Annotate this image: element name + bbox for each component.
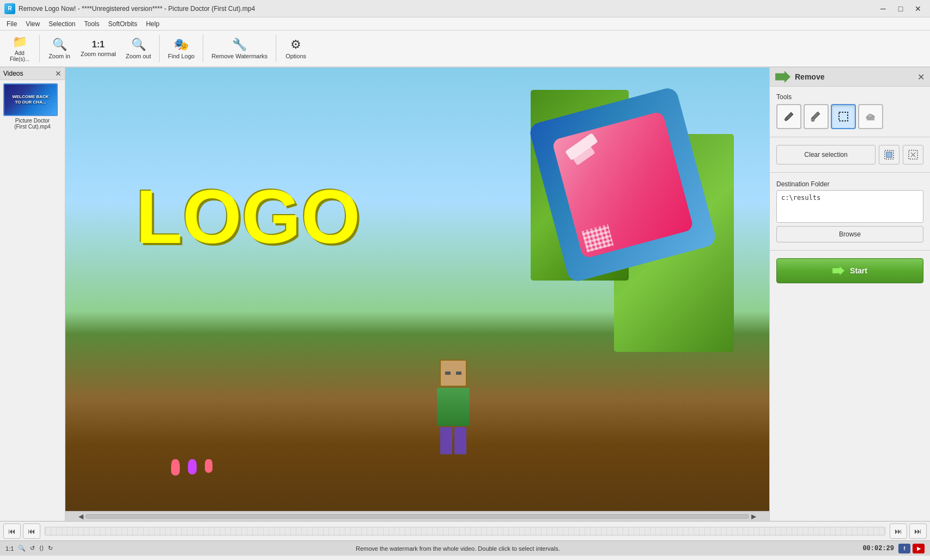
start-arrow-icon — [832, 266, 844, 275]
tools-section: Tools — [776, 93, 923, 129]
pencil-icon — [783, 111, 795, 123]
toolbox-divider-2 — [770, 172, 930, 173]
status-message: Remove the watermark from the whole vide… — [53, 545, 862, 552]
zoom-in-label: Zoom in — [48, 53, 70, 59]
social-links: f ▶ — [898, 544, 925, 553]
timeline-go-start-button[interactable]: ⏮ — [3, 524, 21, 539]
menu-view[interactable]: View — [21, 19, 44, 29]
find-logo-label: Find Logo — [168, 53, 194, 59]
zoom-in-button[interactable]: 🔍 Zoom in — [44, 33, 75, 64]
menu-tools[interactable]: Tools — [80, 19, 104, 29]
toolbar-separator-2 — [159, 35, 160, 62]
toolbar-separator-4 — [276, 35, 276, 62]
menu-selection[interactable]: Selection — [44, 19, 80, 29]
videos-header: Videos ✕ — [0, 68, 65, 80]
toolbox-divider-3 — [770, 250, 930, 251]
videos-panel-close-button[interactable]: ✕ — [55, 70, 62, 77]
toolbox-arrow-icon — [775, 71, 791, 83]
canvas-scrollbar[interactable]: ◀ ▶ — [65, 511, 769, 521]
remove-watermarks-button[interactable]: 🔧 Remove Watermarks — [208, 33, 271, 64]
tools-row — [776, 104, 923, 129]
remove-watermarks-label: Remove Watermarks — [211, 53, 268, 59]
menu-help[interactable]: Help — [142, 19, 164, 29]
toolbar: 📁 Add File(s)... 🔍 Zoom in 1:1 Zoom norm… — [0, 31, 930, 68]
add-files-icon: 📁 — [13, 35, 27, 49]
rotate-icon: ↺ — [30, 545, 35, 552]
svg-rect-1 — [839, 112, 848, 121]
flower-1 — [171, 459, 180, 476]
toolbox-panel: Remove ✕ Tools — [769, 68, 930, 521]
toolbox-divider-1 — [770, 137, 930, 137]
timeline-prev-button[interactable]: ⏮ — [23, 524, 40, 539]
clear-selection-button[interactable]: Clear selection — [776, 145, 876, 165]
pencil-tool-button[interactable] — [776, 104, 801, 129]
options-button[interactable]: ⚙ Options — [281, 33, 311, 64]
find-logo-button[interactable]: 🎭 Find Logo — [164, 33, 198, 64]
toolbox-content: Tools — [770, 87, 930, 290]
video-frame[interactable]: LOGO — [65, 68, 769, 511]
scroll-right-arrow[interactable]: ▶ — [749, 513, 758, 520]
scroll-left-arrow[interactable]: ◀ — [76, 513, 86, 520]
zoom-normal-icon: 1:1 — [92, 40, 105, 50]
eraser-pixel-pattern — [581, 224, 613, 252]
window-title: Remove Logo Now! - ****Unregistered vers… — [19, 5, 876, 13]
selection-row: Clear selection — [776, 145, 923, 165]
find-logo-icon: 🎭 — [174, 38, 189, 52]
deselect-button[interactable] — [903, 145, 923, 165]
toolbar-separator-1 — [39, 35, 40, 62]
brush-tool-button[interactable] — [804, 104, 829, 129]
select-all-icon — [884, 149, 895, 160]
zoom-out-button[interactable]: 🔍 Zoom out — [122, 33, 155, 64]
destination-folder-label: Destination Folder — [776, 180, 923, 188]
close-button[interactable]: ✕ — [910, 3, 926, 15]
zoom-normal-label: Zoom normal — [81, 51, 116, 57]
rect-select-tool-button[interactable] — [831, 104, 856, 129]
select-all-button[interactable] — [879, 145, 899, 165]
video-thumbnail-image: WELCOME BACKTO OUR CHA... — [3, 83, 58, 116]
sync-icon: ↻ — [48, 545, 53, 552]
rect-select-icon — [837, 111, 849, 123]
flowers-group — [171, 459, 212, 476]
youtube-icon[interactable]: ▶ — [913, 544, 925, 553]
video-thumbnail-text: WELCOME BACKTO OUR CHA... — [11, 93, 50, 106]
character-leg-right — [454, 427, 466, 454]
deselect-icon — [908, 149, 919, 160]
options-label: Options — [285, 53, 306, 59]
flower-2 — [188, 459, 197, 474]
facebook-icon[interactable]: f — [898, 544, 910, 553]
status-right: 00:02:29 f ▶ — [862, 544, 925, 553]
timeline-go-end-button[interactable]: ⏭ — [909, 524, 927, 539]
timeline-next-button[interactable]: ⏭ — [890, 524, 907, 539]
zoom-indicator-icon: 🔍 — [18, 545, 26, 552]
character-eye-right — [456, 372, 461, 375]
scrollbar-track[interactable] — [86, 514, 749, 519]
destination-path-input[interactable]: c:\results — [776, 190, 923, 223]
browse-button[interactable]: Browse — [776, 226, 923, 242]
restore-button[interactable]: □ — [893, 3, 908, 15]
minimize-button[interactable]: ─ — [876, 3, 891, 15]
toolbox-close-button[interactable]: ✕ — [917, 72, 925, 82]
timeline-track[interactable] — [45, 527, 885, 535]
menu-softorbits[interactable]: SoftOrbits — [104, 19, 142, 29]
video-filename-label: Picture Doctor(First Cut).mp4 — [3, 118, 62, 130]
magic-tool-button[interactable] — [858, 104, 883, 129]
zoom-normal-button[interactable]: 1:1 Zoom normal — [77, 33, 120, 64]
zoom-out-label: Zoom out — [126, 53, 151, 59]
remove-watermarks-icon: 🔧 — [232, 38, 247, 52]
menu-file[interactable]: File — [2, 19, 21, 29]
magic-icon — [865, 111, 877, 123]
video-thumbnail-item[interactable]: WELCOME BACKTO OUR CHA... Picture Doctor… — [3, 83, 62, 130]
svg-point-4 — [868, 114, 872, 118]
timeline-track-inner — [45, 527, 885, 535]
add-files-label: Add File(s)... — [10, 50, 29, 62]
watermark-logo-text: LOGO — [136, 179, 360, 255]
start-button[interactable]: Start — [776, 258, 923, 283]
svg-rect-5 — [867, 118, 874, 120]
window-controls: ─ □ ✕ — [876, 3, 926, 15]
add-files-button[interactable]: 📁 Add File(s)... — [4, 33, 35, 64]
canvas-area[interactable]: LOGO — [65, 68, 769, 521]
app-icon: R — [4, 3, 15, 14]
tools-section-label: Tools — [776, 93, 923, 101]
zoom-in-icon: 🔍 — [52, 38, 67, 52]
destination-folder-section: Destination Folder c:\results Browse — [776, 180, 923, 242]
